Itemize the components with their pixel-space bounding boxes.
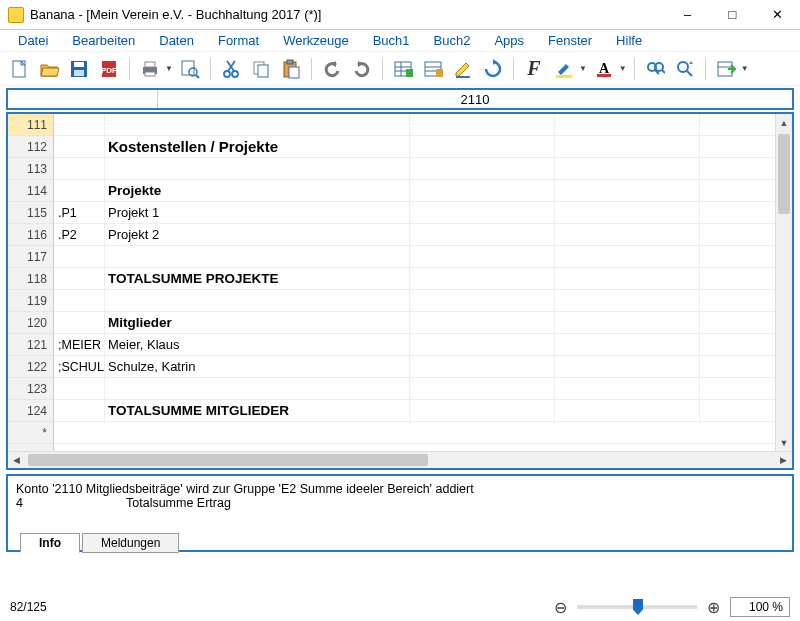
menu-datei[interactable]: Datei bbox=[6, 31, 60, 50]
table-row[interactable]: TOTALSUMME PROJEKTE bbox=[54, 268, 775, 290]
table-row[interactable]: TOTALSUMME MITGLIEDER bbox=[54, 400, 775, 422]
cell-col-a[interactable]: ;MEIER bbox=[54, 338, 104, 352]
print-button[interactable] bbox=[137, 56, 163, 82]
paste-button[interactable] bbox=[278, 56, 304, 82]
row-header[interactable]: 111 bbox=[8, 114, 53, 136]
row-header[interactable]: 119 bbox=[8, 290, 53, 312]
table-row[interactable] bbox=[54, 246, 775, 268]
cell-col-b[interactable]: Meier, Klaus bbox=[104, 337, 775, 352]
row-header[interactable]: * bbox=[8, 422, 53, 444]
vertical-scrollbar[interactable]: ▲ ▼ bbox=[775, 114, 792, 451]
table-row[interactable]: .P2Projekt 2 bbox=[54, 224, 775, 246]
font-format-button[interactable]: F bbox=[521, 56, 547, 82]
row-header[interactable]: 112 bbox=[8, 136, 53, 158]
menu-format[interactable]: Format bbox=[206, 31, 271, 50]
save-file-button[interactable] bbox=[66, 56, 92, 82]
table-row[interactable] bbox=[54, 290, 775, 312]
scroll-down-arrow[interactable]: ▼ bbox=[776, 434, 792, 451]
table-row[interactable]: ;SCHULSchulze, Katrin bbox=[54, 356, 775, 378]
menu-werkzeuge[interactable]: Werkzeuge bbox=[271, 31, 361, 50]
cell-col-b[interactable]: Schulze, Katrin bbox=[104, 359, 775, 374]
menu-daten[interactable]: Daten bbox=[147, 31, 206, 50]
zoom-out-icon[interactable]: ⊖ bbox=[554, 598, 567, 617]
cell-col-a[interactable]: .P1 bbox=[54, 206, 104, 220]
cell-col-b[interactable]: Projekt 2 bbox=[104, 227, 775, 242]
find-button[interactable] bbox=[642, 56, 668, 82]
undo-button[interactable] bbox=[319, 56, 345, 82]
row-header[interactable]: 122 bbox=[8, 356, 53, 378]
zoom-value[interactable]: 100 % bbox=[730, 597, 790, 617]
data-area[interactable]: Kostenstellen / ProjekteProjekte.P1Proje… bbox=[54, 114, 775, 451]
menu-apps[interactable]: Apps bbox=[482, 31, 536, 50]
cell-value-box[interactable]: 2110 bbox=[158, 90, 792, 108]
row-header[interactable]: 113 bbox=[8, 158, 53, 180]
table-row[interactable] bbox=[54, 158, 775, 180]
row-header[interactable]: 115 bbox=[8, 202, 53, 224]
cell-reference-box[interactable] bbox=[8, 90, 158, 108]
menu-bearbeiten[interactable]: Bearbeiten bbox=[60, 31, 147, 50]
edit-pencil-button[interactable] bbox=[450, 56, 476, 82]
cell-col-a[interactable]: .P2 bbox=[54, 228, 104, 242]
cell-col-b[interactable]: TOTALSUMME PROJEKTE bbox=[104, 271, 775, 286]
cell-col-a[interactable]: ;SCHUL bbox=[54, 360, 104, 374]
copy-button[interactable] bbox=[248, 56, 274, 82]
redo-button[interactable] bbox=[349, 56, 375, 82]
row-header[interactable]: 121 bbox=[8, 334, 53, 356]
cell-col-b[interactable]: Projekt 1 bbox=[104, 205, 775, 220]
row-header[interactable]: 120 bbox=[8, 312, 53, 334]
refresh-button[interactable] bbox=[480, 56, 506, 82]
table-row[interactable] bbox=[54, 422, 775, 444]
row-header[interactable]: 124 bbox=[8, 400, 53, 422]
table-row[interactable]: Mitglieder bbox=[54, 312, 775, 334]
cell-col-b[interactable]: Projekte bbox=[104, 183, 775, 198]
table-view-2-button[interactable] bbox=[420, 56, 446, 82]
table-row[interactable]: ;MEIERMeier, Klaus bbox=[54, 334, 775, 356]
open-file-button[interactable] bbox=[36, 56, 62, 82]
table-row[interactable]: Kostenstellen / Projekte bbox=[54, 136, 775, 158]
table-row[interactable] bbox=[54, 114, 775, 136]
cut-button[interactable] bbox=[218, 56, 244, 82]
table-row[interactable]: .P1Projekt 1 bbox=[54, 202, 775, 224]
scroll-thumb[interactable] bbox=[778, 134, 790, 214]
maximize-button[interactable]: □ bbox=[710, 0, 755, 30]
menu-buch1[interactable]: Buch1 bbox=[361, 31, 422, 50]
new-file-button[interactable] bbox=[6, 56, 32, 82]
print-dropdown-arrow[interactable]: ▼ bbox=[165, 64, 173, 73]
cell-col-b[interactable]: Kostenstellen / Projekte bbox=[104, 138, 775, 155]
minimize-button[interactable]: – bbox=[665, 0, 710, 30]
scroll-thumb[interactable] bbox=[28, 454, 428, 466]
row-header[interactable]: 123 bbox=[8, 378, 53, 400]
row-header[interactable]: 116 bbox=[8, 224, 53, 246]
tab-meldungen[interactable]: Meldungen bbox=[82, 533, 179, 553]
close-button[interactable]: ✕ bbox=[755, 0, 800, 30]
fontcolor-dropdown-arrow[interactable]: ▼ bbox=[619, 64, 627, 73]
menu-buch2[interactable]: Buch2 bbox=[422, 31, 483, 50]
pdf-export-button[interactable]: PDF bbox=[96, 56, 122, 82]
row-header[interactable]: 117 bbox=[8, 246, 53, 268]
cell-col-b[interactable]: TOTALSUMME MITGLIEDER bbox=[104, 403, 775, 418]
table-row[interactable] bbox=[54, 378, 775, 400]
find-next-button[interactable] bbox=[672, 56, 698, 82]
row-header[interactable]: 114 bbox=[8, 180, 53, 202]
print-preview-button[interactable] bbox=[177, 56, 203, 82]
goto-button[interactable] bbox=[713, 56, 739, 82]
zoom-slider[interactable] bbox=[577, 605, 697, 609]
zoom-slider-knob[interactable] bbox=[633, 599, 643, 615]
zoom-in-icon[interactable]: ⊕ bbox=[707, 598, 720, 617]
toolbar-separator bbox=[210, 58, 211, 80]
row-header[interactable]: 118 bbox=[8, 268, 53, 290]
tab-info[interactable]: Info bbox=[20, 533, 80, 553]
goto-dropdown-arrow[interactable]: ▼ bbox=[741, 64, 749, 73]
table-row[interactable]: Projekte bbox=[54, 180, 775, 202]
menu-fenster[interactable]: Fenster bbox=[536, 31, 604, 50]
scroll-right-arrow[interactable]: ▶ bbox=[775, 452, 792, 468]
font-color-button[interactable]: A bbox=[591, 56, 617, 82]
menu-hilfe[interactable]: Hilfe bbox=[604, 31, 654, 50]
highlight-color-button[interactable] bbox=[551, 56, 577, 82]
scroll-up-arrow[interactable]: ▲ bbox=[776, 114, 792, 131]
table-view-1-button[interactable] bbox=[390, 56, 416, 82]
scroll-left-arrow[interactable]: ◀ bbox=[8, 452, 25, 468]
highlight-dropdown-arrow[interactable]: ▼ bbox=[579, 64, 587, 73]
horizontal-scrollbar[interactable]: ◀ ▶ bbox=[8, 451, 792, 468]
cell-col-b[interactable]: Mitglieder bbox=[104, 315, 775, 330]
